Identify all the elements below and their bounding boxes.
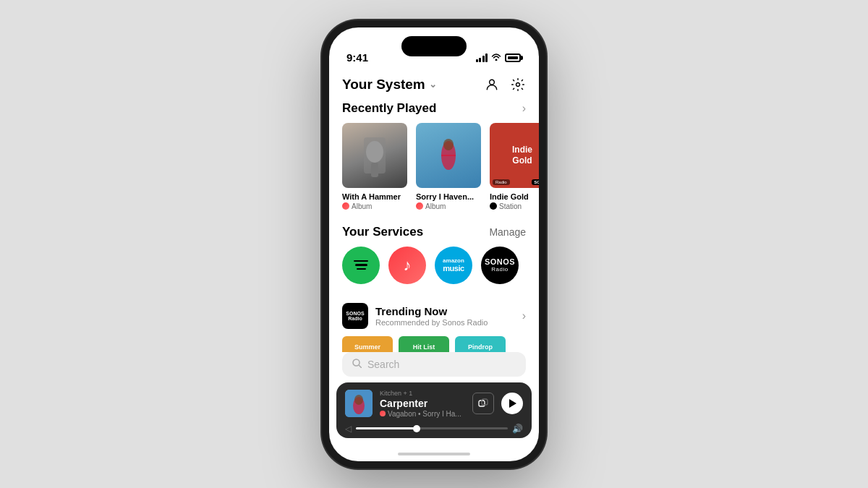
- trending-title: Trending Now: [375, 305, 515, 317]
- album-name-indie: Indie Gold: [490, 192, 539, 201]
- search-placeholder-text: Search: [367, 359, 399, 370]
- progress-fill: [356, 427, 417, 429]
- system-name-label: Your System: [342, 77, 425, 93]
- home-bar: [398, 453, 470, 455]
- recently-played-header: Recently Played ›: [329, 98, 539, 123]
- apple-music-service-button[interactable]: ♪: [388, 247, 426, 284]
- sonos-radio-icon: [490, 202, 497, 210]
- album-card-hammer[interactable]: With A Hammer Album: [342, 123, 407, 210]
- recently-played-title: Recently Played: [342, 101, 436, 116]
- manage-button[interactable]: Manage: [489, 226, 526, 238]
- album-type-indie: Station: [499, 202, 522, 210]
- player-service-icon: [380, 411, 386, 416]
- services-list: ♪ amazon music: [329, 247, 539, 284]
- trending-subtitle: Recommended by Sonos Radio: [375, 318, 515, 327]
- profile-button[interactable]: [484, 77, 500, 93]
- recently-played-list: With A Hammer Album: [329, 123, 539, 210]
- search-bar[interactable]: Search: [342, 352, 526, 377]
- skip-back-icon: ◁: [345, 424, 352, 434]
- play-icon: [509, 399, 516, 408]
- progress-track[interactable]: [356, 427, 508, 429]
- your-services-header: Your Services Manage: [329, 222, 539, 247]
- recently-played-chevron-icon[interactable]: ›: [522, 102, 526, 115]
- dynamic-island: [401, 36, 467, 56]
- album-meta-indie: Station: [490, 202, 539, 210]
- album-card-sorry[interactable]: Sorry I Haven... Album: [416, 123, 481, 210]
- wifi-icon: [491, 52, 501, 63]
- apple-music-icon: [342, 202, 349, 210]
- app-header: Your System ⌄: [329, 74, 539, 98]
- sonos-radio-icon-main: SONOS Radio: [485, 257, 515, 273]
- mini-banner-hitlist[interactable]: Hit List: [399, 336, 449, 352]
- player-room: Kitchen + 1: [380, 390, 465, 397]
- search-bar-container: Search: [329, 352, 539, 382]
- svg-rect-4: [371, 163, 378, 177]
- spotify-service-button[interactable]: [342, 247, 380, 284]
- album-type-hammer: Album: [352, 202, 372, 210]
- svg-point-1: [516, 82, 520, 86]
- sonos-radio-logo-text: SONOSRadio: [346, 311, 364, 321]
- sorry-album-image: [416, 123, 481, 188]
- player-progress-bar[interactable]: ◁ 🔊: [345, 424, 523, 434]
- svg-line-9: [359, 365, 362, 367]
- mini-banners-list: Summer Hit List Pindrop: [329, 336, 539, 352]
- album-art-hammer: [342, 123, 407, 188]
- recently-played-section: Recently Played ›: [329, 98, 539, 210]
- player-group-button[interactable]: [472, 393, 494, 414]
- sonos-badge: SONOS: [532, 179, 539, 185]
- player-top-row: Kitchen + 1 Carpenter Vagabon • Sorry I …: [345, 390, 523, 418]
- status-icons: [476, 52, 522, 63]
- amazon-music-icon: amazon music: [443, 257, 464, 273]
- content-area: Your System ⌄: [329, 74, 539, 461]
- phone-device: 9:41: [322, 20, 546, 468]
- signal-bars-icon: [476, 53, 488, 62]
- player-artist-source: Vagabon • Sorry I Ha...: [388, 410, 461, 418]
- svg-point-6: [443, 139, 454, 150]
- volume-icon[interactable]: 🔊: [512, 424, 523, 434]
- apple-music-icon-2: [416, 202, 423, 210]
- progress-thumb: [413, 425, 420, 432]
- player-track: Carpenter: [380, 398, 465, 409]
- mini-banner-pindrop[interactable]: Pindrop: [455, 336, 506, 352]
- trending-chevron-icon: ›: [522, 309, 526, 322]
- player-sub: Vagabon • Sorry I Ha...: [380, 410, 465, 418]
- player-bar[interactable]: Kitchen + 1 Carpenter Vagabon • Sorry I …: [336, 382, 532, 438]
- player-controls: [472, 393, 523, 414]
- apple-music-icon-main: ♪: [404, 256, 412, 275]
- system-title[interactable]: Your System ⌄: [342, 77, 437, 93]
- album-card-indie[interactable]: IndieGold SONOS Radio Indie Gold Station: [490, 123, 539, 210]
- phone-screen: 9:41: [329, 27, 539, 461]
- mini-banner-hitlist-label: Hit List: [413, 343, 435, 351]
- system-chevron-icon: ⌄: [429, 79, 437, 90]
- album-meta-hammer: Album: [342, 202, 407, 210]
- trending-row[interactable]: SONOSRadio Trending Now Recommended by S…: [329, 296, 539, 336]
- album-art-indie: IndieGold SONOS Radio: [490, 123, 539, 188]
- page-background: 9:41: [0, 0, 868, 488]
- search-icon: [352, 359, 362, 370]
- trending-info: Trending Now Recommended by Sonos Radio: [375, 305, 515, 327]
- home-indicator[interactable]: [329, 447, 539, 461]
- svg-point-0: [490, 80, 495, 85]
- album-name-sorry: Sorry I Haven...: [416, 192, 481, 201]
- status-time: 9:41: [346, 51, 368, 64]
- mini-banner-summer-label: Summer: [354, 343, 380, 351]
- scroll-area[interactable]: Recently Played ›: [329, 98, 539, 352]
- hammer-album-image: [342, 123, 407, 188]
- svg-point-12: [354, 395, 363, 405]
- album-art-sorry: [416, 123, 481, 188]
- album-meta-sorry: Album: [416, 202, 481, 210]
- settings-button[interactable]: [510, 77, 526, 93]
- indie-gold-text: IndieGold: [512, 145, 532, 166]
- amazon-music-service-button[interactable]: amazon music: [435, 247, 472, 284]
- phone-frame: 9:41: [322, 20, 546, 468]
- album-type-sorry: Album: [425, 202, 446, 210]
- svg-point-3: [366, 141, 383, 163]
- mini-banner-summer[interactable]: Summer: [342, 336, 393, 352]
- album-name-hammer: With A Hammer: [342, 192, 407, 201]
- sonos-radio-service-button[interactable]: SONOS Radio: [481, 247, 519, 284]
- player-play-button[interactable]: [501, 393, 523, 414]
- mini-banner-pindrop-label: Pindrop: [468, 343, 493, 351]
- your-services-section: Your Services Manage: [329, 222, 539, 284]
- sonos-radio-trending-logo: SONOSRadio: [342, 303, 368, 329]
- battery-icon: [505, 53, 522, 62]
